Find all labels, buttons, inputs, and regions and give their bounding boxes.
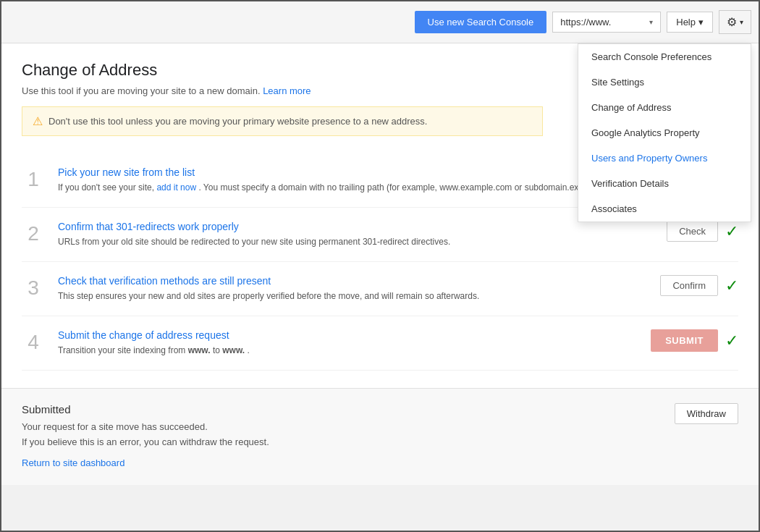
warning-box: ⚠ Don't use this tool unless you are mov…	[22, 106, 543, 136]
help-label: Help	[676, 17, 696, 28]
help-button[interactable]: Help ▾	[667, 12, 713, 33]
submit-button[interactable]: SUBMIT	[651, 329, 718, 352]
step-1-title: Pick your new site from the list	[58, 166, 638, 178]
top-bar: Use new Search Console https://www. ▾ He…	[1, 1, 759, 43]
step-4-check-icon: ✓	[725, 332, 738, 350]
add-it-now-link[interactable]: add it now	[156, 182, 196, 193]
warning-icon: ⚠	[33, 114, 43, 128]
submitted-title: Submitted	[22, 403, 269, 415]
menu-item-google-analytics-property[interactable]: Google Analytics Property	[578, 120, 751, 145]
step-4-actions: SUBMIT ✓	[651, 329, 738, 352]
gear-icon: ⚙	[727, 15, 737, 29]
step-3-actions: Confirm ✓	[651, 275, 738, 296]
check-button[interactable]: Check	[667, 221, 718, 242]
learn-more-link[interactable]: Learn more	[263, 85, 311, 96]
use-new-console-button[interactable]: Use new Search Console	[415, 11, 547, 33]
chevron-down-icon: ▾	[649, 18, 653, 26]
warning-text: Don't use this tool unless you are movin…	[48, 116, 427, 127]
step-4: 4 Submit the change of address request T…	[22, 316, 738, 371]
step-3-desc: This step ensures your new and old sites…	[58, 290, 638, 303]
step-2-number: 2	[22, 222, 45, 245]
menu-item-associates[interactable]: Associates	[578, 196, 751, 221]
confirm-button[interactable]: Confirm	[660, 275, 718, 296]
url-dropdown[interactable]: https://www. ▾	[552, 12, 661, 33]
step-2-desc: URLs from your old site should be redire…	[58, 235, 638, 248]
step-4-content: Submit the change of address request Tra…	[58, 329, 638, 357]
menu-item-change-of-address[interactable]: Change of Address	[578, 95, 751, 120]
menu-item-users-and-property-owners[interactable]: Users and Property Owners	[578, 145, 751, 171]
step-1-content: Pick your new site from the list If you …	[58, 166, 638, 194]
step-3-title: Check that verification methods are stil…	[58, 275, 638, 287]
submitted-line1: Your request for a site move has succeed…	[22, 420, 269, 435]
gear-chevron-icon: ▾	[740, 18, 743, 26]
step-4-number: 4	[22, 331, 45, 354]
submitted-section: Submitted Your request for a site move h…	[1, 388, 759, 485]
menu-item-verification-details[interactable]: Verification Details	[578, 171, 751, 196]
step-1-number: 1	[22, 168, 45, 191]
submitted-text-block: Submitted Your request for a site move h…	[22, 403, 269, 470]
step-3-content: Check that verification methods are stil…	[58, 275, 638, 303]
step-4-desc: Transition your site indexing from www. …	[58, 344, 638, 357]
help-chevron-icon: ▾	[698, 17, 704, 28]
url-text: https://www.	[560, 17, 611, 28]
submitted-line2: If you believe this is an error, you can…	[22, 435, 269, 450]
step-3-number: 3	[22, 276, 45, 300]
step-2-title: Confirm that 301-redirects work properly	[58, 221, 638, 232]
withdraw-button[interactable]: Withdraw	[675, 403, 738, 424]
menu-item-site-settings[interactable]: Site Settings	[578, 69, 751, 95]
step-3: 3 Check that verification methods are st…	[22, 262, 738, 316]
menu-item-search-console-preferences[interactable]: Search Console Preferences	[578, 44, 751, 69]
step-3-check-icon: ✓	[725, 276, 738, 295]
step-2-content: Confirm that 301-redirects work properly…	[58, 221, 638, 248]
step-2-check-icon: ✓	[725, 222, 738, 241]
gear-button[interactable]: ⚙ ▾	[719, 10, 751, 34]
step-2-actions: Check ✓	[651, 221, 738, 242]
return-to-dashboard-link[interactable]: Return to site dashboard	[22, 457, 124, 468]
step-1-desc: If you don't see your site, add it now .…	[58, 181, 638, 194]
submitted-row: Submitted Your request for a site move h…	[22, 403, 738, 470]
step-4-title: Submit the change of address request	[58, 329, 638, 341]
dropdown-menu: Search Console Preferences Site Settings…	[578, 43, 751, 222]
